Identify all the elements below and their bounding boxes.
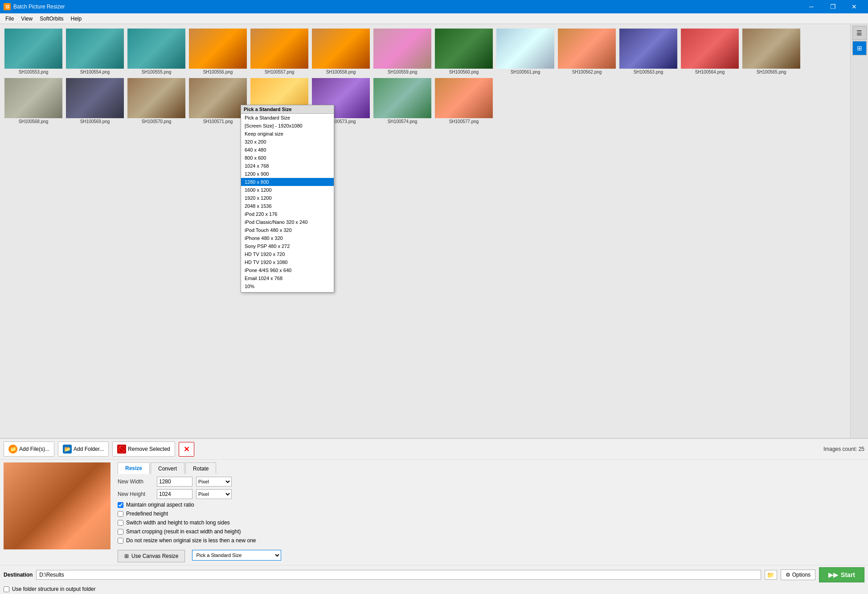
image-filename: SH100559.png: [388, 70, 418, 74]
close-button[interactable]: ✕: [844, 0, 864, 13]
dropdown-item[interactable]: 1024 x 768: [241, 162, 334, 170]
image-filename: SH100574.png: [388, 119, 418, 124]
height-row: New Height Pixel %: [118, 489, 864, 499]
width-input[interactable]: [157, 477, 192, 487]
dropdown-item[interactable]: 1200 x 900: [241, 170, 334, 178]
remove-selected-button[interactable]: 🚫 Remove Selected: [112, 441, 175, 457]
list-item[interactable]: SH100559.png: [373, 28, 432, 75]
menu-softorbits[interactable]: SoftOrbits: [36, 15, 67, 23]
sidebar-list-view[interactable]: ☰: [852, 26, 867, 40]
options-button[interactable]: ⚙ Options: [781, 569, 815, 580]
clear-button[interactable]: ✕: [179, 442, 194, 457]
list-item[interactable]: SH100570.png: [127, 77, 186, 125]
do-not-resize-checkbox[interactable]: [118, 538, 123, 544]
height-label: New Height: [118, 491, 153, 497]
height-input[interactable]: [157, 489, 192, 499]
dropdown-item[interactable]: iPod Classic/Nano 320 x 240: [241, 218, 334, 226]
standard-size-select[interactable]: Pick a Standard Size[Screen Size] - 1920…: [192, 550, 281, 561]
dropdown-item[interactable]: Pick a Standard Size: [241, 114, 334, 122]
predefined-height-checkbox[interactable]: [118, 511, 123, 517]
menu-help[interactable]: Help: [67, 15, 86, 23]
image-filename: SH100558.png: [326, 70, 356, 74]
image-filename: SH100561.png: [511, 70, 540, 74]
restore-button[interactable]: ❐: [823, 0, 843, 13]
images-count: Images count: 25: [823, 446, 864, 452]
folder-structure-row: Use folder structure in output folder: [0, 584, 868, 594]
dropdown-item[interactable]: 2048 x 1536: [241, 202, 334, 210]
dropdown-item[interactable]: 800 x 600: [241, 154, 334, 162]
maintain-aspect-label: Maintain original aspect ratio: [126, 502, 194, 508]
app-title: Batch Picture Resizer: [13, 4, 65, 10]
sidebar-grid-view[interactable]: ⊞: [852, 41, 867, 55]
list-item[interactable]: SH100568.png: [4, 77, 63, 125]
dropdown-item[interactable]: Keep original size: [241, 130, 334, 138]
minimize-button[interactable]: ─: [801, 0, 822, 13]
dropdown-item[interactable]: HD TV 1920 x 1080: [241, 258, 334, 266]
list-item[interactable]: SH100563.png: [618, 28, 678, 75]
tab-rotate[interactable]: Rotate: [185, 462, 216, 474]
menu-view[interactable]: View: [17, 15, 36, 23]
destination-bar: Destination 📁 ⚙ Options ▶▶ Start: [0, 565, 868, 584]
canvas-resize-button[interactable]: ⊞ Use Canvas Resize: [118, 550, 185, 562]
height-unit-select[interactable]: Pixel %: [196, 489, 232, 499]
dropdown-item[interactable]: 20%: [241, 290, 334, 292]
list-item[interactable]: SH100565.png: [741, 28, 801, 75]
menu-file[interactable]: File: [2, 15, 17, 23]
dropdown-item[interactable]: Email 1024 x 768: [241, 274, 334, 282]
list-item[interactable]: SH100555.png: [127, 28, 186, 75]
preview-box: [4, 462, 111, 549]
smart-cropping-checkbox[interactable]: [118, 529, 123, 535]
dropdown-item[interactable]: iPod Touch 480 x 320: [241, 226, 334, 234]
dropdown-item[interactable]: iPhone 480 x 320: [241, 234, 334, 242]
switch-dimensions-row: Switch width and height to match long si…: [118, 520, 864, 526]
switch-dimensions-checkbox[interactable]: [118, 520, 123, 526]
image-filename: SH100571.png: [203, 119, 233, 124]
dropdown-item[interactable]: 1280 x 800: [241, 178, 334, 186]
list-item[interactable]: SH100560.png: [434, 28, 494, 75]
destination-input[interactable]: [36, 570, 761, 580]
add-files-button[interactable]: 📁 Add File(s)...: [4, 441, 54, 457]
dropdown-item[interactable]: 320 x 200: [241, 138, 334, 146]
list-item[interactable]: SH100558.png: [311, 28, 371, 75]
list-item[interactable]: SH100561.png: [495, 28, 555, 75]
list-item[interactable]: SH100556.png: [188, 28, 248, 75]
tab-resize[interactable]: Resize: [118, 462, 150, 474]
image-filename: SH100554.png: [80, 70, 110, 74]
dropdown-item[interactable]: 10%: [241, 282, 334, 290]
window-controls: ─ ❐ ✕: [801, 0, 864, 13]
start-button[interactable]: ▶▶ Start: [819, 567, 864, 582]
smart-cropping-label: Smart cropping (result in exact width an…: [126, 528, 241, 535]
maintain-aspect-checkbox[interactable]: [118, 502, 123, 508]
width-unit-select[interactable]: Pixel %: [196, 477, 232, 487]
dropdown-item[interactable]: 640 x 480: [241, 146, 334, 154]
width-label: New Width: [118, 478, 153, 485]
image-filename: SH100577.png: [449, 119, 479, 124]
list-item[interactable]: SH100553.png: [4, 28, 63, 75]
folder-structure-checkbox[interactable]: [4, 586, 9, 592]
list-item[interactable]: SH100574.png: [373, 77, 432, 125]
folder-icon: 📁: [8, 445, 17, 454]
list-item[interactable]: SH100557.png: [250, 28, 309, 75]
dropdown-item[interactable]: iPod 220 x 176: [241, 210, 334, 218]
add-folder-button[interactable]: 📂 Add Folder...: [58, 441, 109, 457]
dropdown-item[interactable]: 1920 x 1200: [241, 194, 334, 202]
list-item[interactable]: SH100562.png: [557, 28, 617, 75]
list-item[interactable]: SH100571.png: [188, 77, 248, 125]
toolbar: 📁 Add File(s)... 📂 Add Folder... 🚫 Remov…: [0, 439, 868, 460]
list-item[interactable]: SH100564.png: [680, 28, 740, 75]
controls-area: Resize Convert Rotate New Width Pixel % …: [118, 462, 864, 562]
dropdown-item[interactable]: 1600 x 1200: [241, 186, 334, 194]
dropdown-item[interactable]: HD TV 1920 x 720: [241, 250, 334, 258]
remove-icon: 🚫: [117, 445, 126, 454]
destination-browse-button[interactable]: 📁: [765, 570, 777, 580]
dropdown-item[interactable]: [Screen Size] - 1920x1080: [241, 122, 334, 130]
list-item[interactable]: SH100554.png: [65, 28, 125, 75]
tab-convert[interactable]: Convert: [151, 462, 184, 474]
dropdown-item[interactable]: iPone 4/4S 960 x 640: [241, 266, 334, 274]
start-label: Start: [841, 571, 855, 578]
dropdown-item[interactable]: Sony PSP 480 x 272: [241, 242, 334, 250]
maintain-aspect-row: Maintain original aspect ratio: [118, 502, 864, 508]
folder-open-icon: 📁: [767, 572, 774, 578]
list-item[interactable]: SH100569.png: [65, 77, 125, 125]
list-item[interactable]: SH100577.png: [434, 77, 494, 125]
